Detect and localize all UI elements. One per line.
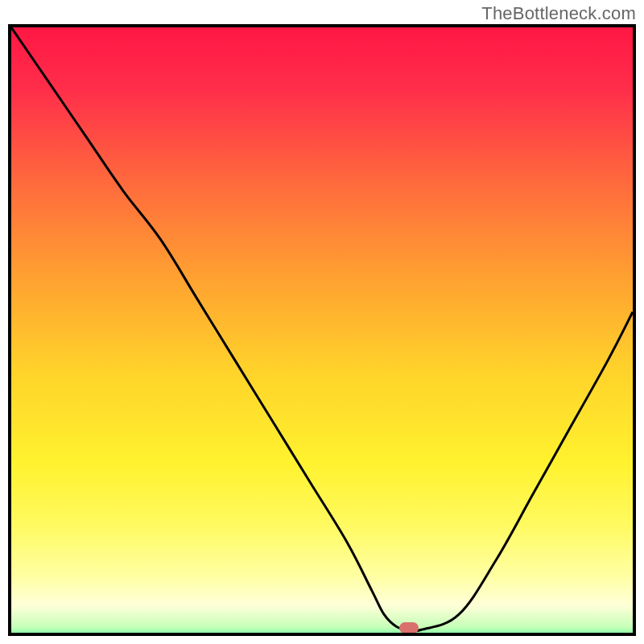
sweet-spot-marker [399,622,419,634]
plot-frame [8,24,636,636]
chart-container: TheBottleneck.com [0,0,644,644]
bottleneck-curve [11,27,633,631]
watermark-text: TheBottleneck.com [481,3,636,24]
curve-layer [11,27,633,633]
